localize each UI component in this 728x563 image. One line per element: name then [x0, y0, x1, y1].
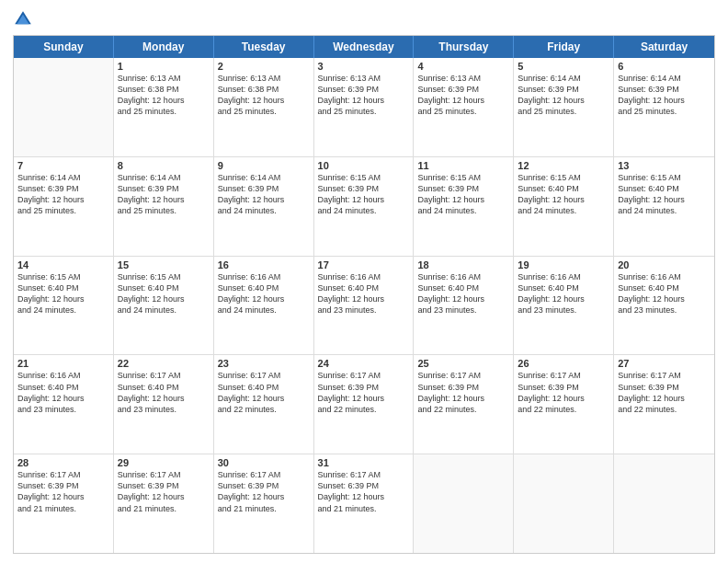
cell-line: Sunset: 6:39 PM	[218, 480, 310, 491]
day-number: 10	[318, 160, 410, 171]
calendar-cell: 7Sunrise: 6:14 AMSunset: 6:39 PMDaylight…	[14, 157, 114, 256]
cell-line: Sunrise: 6:15 AM	[318, 172, 410, 183]
day-number: 4	[417, 61, 509, 72]
cell-line: and 24 minutes.	[518, 205, 609, 216]
cell-line: and 22 minutes.	[417, 404, 509, 415]
cell-line: Sunrise: 6:14 AM	[17, 172, 109, 183]
day-number: 3	[318, 61, 410, 72]
header	[13, 9, 715, 29]
cell-line: Sunset: 6:39 PM	[118, 480, 210, 491]
cell-line: Sunrise: 6:13 AM	[118, 73, 210, 84]
cell-line: and 21 minutes.	[318, 503, 410, 514]
day-number: 26	[518, 358, 609, 369]
cell-line: Sunset: 6:40 PM	[318, 282, 410, 293]
day-number: 6	[618, 61, 711, 72]
cell-line: Daylight: 12 hours	[417, 95, 509, 106]
cell-line: Sunrise: 6:14 AM	[118, 172, 210, 183]
cell-line: Sunrise: 6:15 AM	[417, 172, 509, 183]
calendar-cell: 22Sunrise: 6:17 AMSunset: 6:40 PMDayligh…	[114, 355, 214, 454]
cell-line: Daylight: 12 hours	[618, 95, 711, 106]
cell-line: Daylight: 12 hours	[518, 95, 609, 106]
calendar-cell: 27Sunrise: 6:17 AMSunset: 6:39 PMDayligh…	[614, 355, 714, 454]
cell-line: Sunset: 6:39 PM	[218, 183, 310, 194]
cell-line: and 24 minutes.	[118, 304, 210, 316]
calendar-cell	[614, 454, 714, 553]
cell-line: and 23 minutes.	[518, 304, 609, 316]
cell-line: Sunset: 6:39 PM	[17, 183, 109, 194]
cell-line: Sunrise: 6:17 AM	[417, 370, 509, 381]
header-day-sunday: Sunday	[14, 36, 114, 58]
day-number: 28	[17, 457, 109, 468]
cell-line: and 23 minutes.	[17, 404, 109, 415]
cell-line: Daylight: 12 hours	[17, 293, 109, 304]
cell-line: Sunset: 6:39 PM	[618, 84, 711, 95]
cell-line: and 22 minutes.	[218, 404, 310, 415]
cell-line: Sunrise: 6:16 AM	[417, 271, 509, 282]
cell-line: Daylight: 12 hours	[218, 491, 310, 502]
cell-line: and 22 minutes.	[518, 404, 609, 415]
cell-line: Sunset: 6:40 PM	[518, 282, 609, 293]
day-number: 24	[318, 358, 410, 369]
cell-line: Sunset: 6:40 PM	[218, 382, 310, 393]
cell-line: Daylight: 12 hours	[518, 393, 609, 404]
cell-line: Sunrise: 6:13 AM	[318, 73, 410, 84]
day-number: 15	[118, 259, 210, 270]
cell-line: and 21 minutes.	[118, 503, 210, 514]
calendar: SundayMondayTuesdayWednesdayThursdayFrid…	[13, 35, 715, 554]
calendar-cell: 2Sunrise: 6:13 AMSunset: 6:38 PMDaylight…	[214, 58, 314, 156]
cell-line: Sunrise: 6:16 AM	[17, 370, 109, 381]
cell-line: and 24 minutes.	[618, 205, 711, 216]
day-number: 5	[518, 61, 609, 72]
cell-line: Sunset: 6:39 PM	[417, 84, 509, 95]
header-day-saturday: Saturday	[614, 36, 714, 58]
cell-line: Daylight: 12 hours	[118, 293, 210, 304]
cell-line: Sunset: 6:40 PM	[17, 282, 109, 293]
cell-line: Sunrise: 6:16 AM	[218, 271, 310, 282]
cell-line: and 25 minutes.	[618, 106, 711, 117]
cell-line: Daylight: 12 hours	[318, 393, 410, 404]
calendar-cell: 30Sunrise: 6:17 AMSunset: 6:39 PMDayligh…	[214, 454, 314, 553]
day-number: 20	[618, 259, 711, 270]
calendar-row-0: 1Sunrise: 6:13 AMSunset: 6:38 PMDaylight…	[14, 58, 714, 157]
day-number: 29	[118, 457, 210, 468]
cell-line: and 23 minutes.	[417, 304, 509, 316]
cell-line: Daylight: 12 hours	[318, 194, 410, 205]
calendar-cell: 16Sunrise: 6:16 AMSunset: 6:40 PMDayligh…	[214, 257, 314, 355]
calendar-row-2: 14Sunrise: 6:15 AMSunset: 6:40 PMDayligh…	[14, 257, 714, 356]
calendar-cell: 28Sunrise: 6:17 AMSunset: 6:39 PMDayligh…	[14, 454, 114, 553]
cell-line: and 23 minutes.	[618, 304, 711, 316]
cell-line: Daylight: 12 hours	[17, 491, 109, 502]
cell-line: Sunrise: 6:16 AM	[518, 271, 609, 282]
header-day-tuesday: Tuesday	[214, 36, 314, 58]
calendar-cell: 31Sunrise: 6:17 AMSunset: 6:39 PMDayligh…	[314, 454, 415, 553]
day-number: 27	[618, 358, 711, 369]
day-number: 14	[17, 259, 109, 270]
cell-line: Sunset: 6:39 PM	[318, 183, 410, 194]
day-number: 17	[318, 259, 410, 270]
header-day-friday: Friday	[514, 36, 614, 58]
cell-line: Sunset: 6:39 PM	[618, 382, 711, 393]
cell-line: Daylight: 12 hours	[118, 393, 210, 404]
cell-line: Daylight: 12 hours	[518, 293, 609, 304]
day-number: 12	[518, 160, 609, 171]
calendar-cell	[514, 454, 614, 553]
logo-icon	[13, 9, 33, 29]
cell-line: Daylight: 12 hours	[318, 491, 410, 502]
calendar-row-1: 7Sunrise: 6:14 AMSunset: 6:39 PMDaylight…	[14, 157, 714, 257]
cell-line: and 24 minutes.	[218, 205, 310, 216]
cell-line: and 21 minutes.	[17, 503, 109, 514]
cell-line: Sunset: 6:39 PM	[417, 382, 509, 393]
cell-line: Sunset: 6:40 PM	[218, 282, 310, 293]
header-day-thursday: Thursday	[414, 36, 514, 58]
cell-line: Sunrise: 6:14 AM	[218, 172, 310, 183]
cell-line: Sunrise: 6:15 AM	[17, 271, 109, 282]
calendar-cell	[14, 58, 114, 156]
cell-line: and 25 minutes.	[17, 205, 109, 216]
cell-line: Daylight: 12 hours	[618, 293, 711, 304]
day-number: 19	[518, 259, 609, 270]
cell-line: Daylight: 12 hours	[17, 194, 109, 205]
cell-line: Daylight: 12 hours	[518, 194, 609, 205]
header-day-wednesday: Wednesday	[314, 36, 415, 58]
calendar-cell: 3Sunrise: 6:13 AMSunset: 6:39 PMDaylight…	[314, 58, 415, 156]
calendar-row-3: 21Sunrise: 6:16 AMSunset: 6:40 PMDayligh…	[14, 355, 714, 454]
